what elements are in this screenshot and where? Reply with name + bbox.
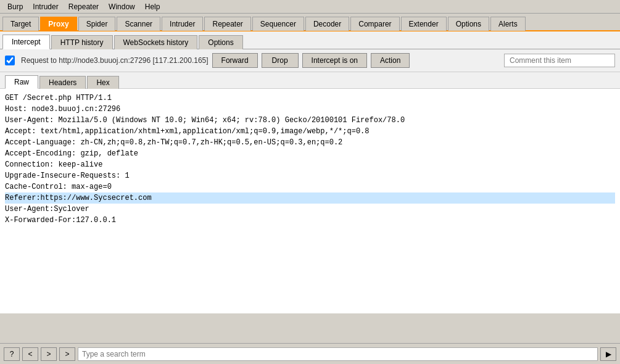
forward-button[interactable]: Forward: [212, 53, 258, 68]
tab-extender[interactable]: Extender: [401, 17, 447, 31]
intercept-checkbox[interactable]: [5, 56, 15, 65]
help-button[interactable]: ?: [4, 347, 20, 361]
tab-target[interactable]: Target: [2, 17, 39, 31]
tab-alerts[interactable]: Alerts: [490, 17, 526, 31]
tab-intruder[interactable]: Intruder: [162, 17, 203, 31]
forward-nav-button[interactable]: >: [41, 347, 57, 361]
editor-tab-hex[interactable]: Hex: [87, 76, 118, 89]
editor-tab-headers[interactable]: Headers: [39, 76, 86, 89]
request-label: Request to http://node3.buuoj.cn:27296 […: [21, 56, 209, 65]
drop-button[interactable]: Drop: [262, 53, 299, 68]
tab-repeater[interactable]: Repeater: [204, 17, 250, 31]
menu-intruder[interactable]: Intruder: [28, 1, 63, 12]
editor-tab-bar: Raw Headers Hex: [0, 72, 620, 89]
menu-bar: Burp Intruder Repeater Window Help: [0, 0, 620, 14]
tab-proxy[interactable]: Proxy: [40, 17, 76, 31]
next-button[interactable]: >: [59, 347, 75, 361]
tab-sequencer[interactable]: Sequencer: [252, 17, 304, 31]
back-button[interactable]: <: [22, 347, 38, 361]
request-editor[interactable]: GET /Secret.php HTTP/1.1 Host: node3.buu…: [0, 89, 620, 313]
tab-spider[interactable]: Spider: [78, 17, 116, 31]
menu-repeater[interactable]: Repeater: [64, 1, 104, 12]
sub-tab-bar: Intercept HTTP history WebSockets histor…: [0, 31, 620, 49]
tab-comparer[interactable]: Comparer: [350, 17, 399, 31]
comment-input[interactable]: [504, 54, 615, 67]
main-tab-bar: Target Proxy Spider Scanner Intruder Rep…: [0, 14, 620, 31]
sub-tab-options[interactable]: Options: [199, 35, 242, 49]
sub-tab-intercept[interactable]: Intercept: [2, 35, 50, 49]
action-button[interactable]: Action: [371, 53, 410, 68]
search-input[interactable]: [78, 347, 598, 361]
intercept-toggle-button[interactable]: Intercept is on: [302, 53, 367, 68]
bottom-bar: ? < > > ▶: [0, 343, 620, 364]
menu-help[interactable]: Help: [140, 1, 165, 12]
menu-window[interactable]: Window: [104, 1, 140, 12]
tab-scanner[interactable]: Scanner: [117, 17, 160, 31]
sub-tab-websockets-history[interactable]: WebSockets history: [114, 35, 198, 49]
toolbar: Request to http://node3.buuoj.cn:27296 […: [0, 49, 620, 72]
sub-tab-http-history[interactable]: HTTP history: [51, 35, 113, 49]
tab-options[interactable]: Options: [448, 17, 489, 31]
menu-burp[interactable]: Burp: [2, 1, 28, 12]
tab-decoder[interactable]: Decoder: [305, 17, 349, 31]
go-button[interactable]: ▶: [600, 347, 616, 361]
editor-tab-raw[interactable]: Raw: [5, 75, 38, 89]
